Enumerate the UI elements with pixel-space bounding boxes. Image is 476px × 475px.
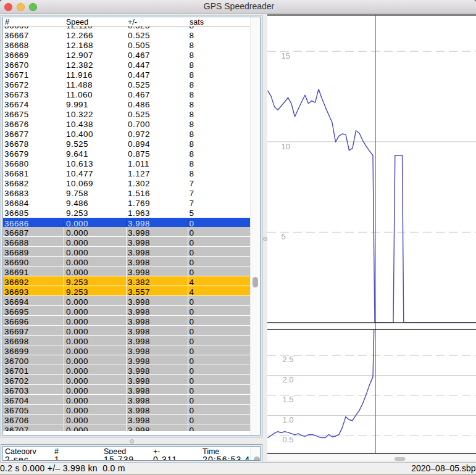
svg-text:1.5: 1.5: [283, 395, 294, 404]
svg-text:0.5: 0.5: [283, 435, 294, 444]
svg-text:2.5: 2.5: [283, 355, 294, 364]
svg-text:15: 15: [282, 51, 290, 60]
svg-text:2.0: 2.0: [283, 375, 294, 384]
svg-text:1.0: 1.0: [283, 415, 294, 424]
svg-text:10: 10: [282, 142, 290, 151]
svg-text:5: 5: [282, 232, 286, 241]
